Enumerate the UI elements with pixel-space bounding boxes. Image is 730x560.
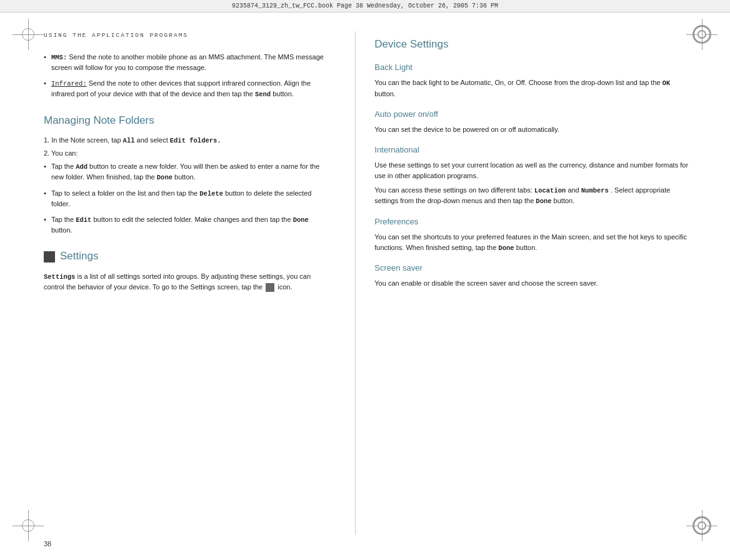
step1-text: 1. In the Note screen, tap [44,136,123,144]
top-bar: 9235874_3129_zh_tw_FCC.book Page 38 Wedn… [0,0,730,12]
international-body1: Use these settings to set your current l… [374,160,692,181]
settings-body: Settings is a list of all settings sorte… [44,271,330,292]
settings-bold: Settings [44,273,75,281]
done-bold-pref: Done [498,244,514,252]
preferences-body: You can set the shortcuts to your prefer… [374,232,692,253]
step2-text: 2. You can: [44,149,78,157]
top-bar-text: 9235874_3129_zh_tw_FCC.book Page 38 Wedn… [232,2,498,9]
delete-bold: Delete [199,190,223,198]
location-bold: Location [534,187,566,194]
add-text3: button. [174,173,196,181]
infrared-end: button. [272,90,294,98]
settings-heading-container: Settings [44,248,330,264]
bullet-mms: MMS: Send the note to another mobile pho… [44,52,330,73]
ok-bold: OK [662,79,671,87]
back-light-end: button. [374,90,396,98]
back-light-text: You can the back light to be Automatic, … [374,79,662,86]
edit-folders-bold: Edit folders. [170,137,221,144]
bullet-infrared: Infrared: Send the note to other devices… [44,78,330,100]
infrared-text: Send the note to other devices that supp… [51,79,311,98]
add-text1: Tap the [51,162,76,170]
back-light-heading: Back Light [374,61,692,74]
auto-power-heading: Auto power on/off [374,108,692,121]
step-2: 2. You can: [44,148,330,159]
edit-text3: button. [51,226,72,234]
done-bold-intl: Done [536,198,551,205]
intl-end2: button. [554,197,575,204]
settings-heading: Settings [60,248,98,264]
all-bold: All [123,137,135,144]
settings-icon [44,251,55,262]
content-area: Using the Application Programs MMS: Send… [0,12,730,560]
step1-and: and select [137,136,170,144]
chapter-heading: Using the Application Programs [44,31,330,41]
pref-end: button. [516,244,538,251]
sub-bullet-add: Tap the Add button to create a new folde… [44,161,330,183]
mms-term: MMS: [51,54,67,61]
add-bold: Add [76,163,88,171]
device-settings-heading: Device Settings [374,36,692,52]
intl-text1: You can access these settings on two dif… [374,186,534,194]
back-light-body: You can the back light to be Automatic, … [374,78,692,99]
edit-bold: Edit [76,216,91,224]
numbers-bold: Numbers [581,187,609,194]
left-column: Using the Application Programs MMS: Send… [44,31,349,535]
edit-text2: button to edit the selected folder. Make… [93,216,292,223]
column-divider [355,31,356,535]
infrared-term: Infrared: [51,80,87,88]
managing-heading: Managing Note Folders [44,112,330,129]
intl-and: and [568,186,581,194]
done-bold-2: Done [293,216,309,224]
mms-text: Send the note to another mobile phone as… [51,53,324,71]
international-heading: International [374,144,692,156]
edit-text1: Tap the [51,216,76,223]
delete-text1: Tap to select a folder on the list and t… [51,189,199,197]
international-body2: You can access these settings on two dif… [374,185,692,207]
settings-inline-icon [266,283,274,292]
send-bold: Send [255,91,271,98]
settings-section: Settings Settings is a list of all setti… [44,248,330,292]
page: 9235874_3129_zh_tw_FCC.book Page 38 Wedn… [0,0,730,560]
page-number: 38 [44,540,51,548]
right-column: Device Settings Back Light You can the b… [362,31,692,535]
preferences-heading: Preferences [374,216,692,228]
step-1: 1. In the Note screen, tap All and selec… [44,135,330,146]
sub-bullet-edit: Tap the Edit button to edit the selected… [44,214,330,236]
screen-saver-heading: Screen saver [374,262,692,274]
auto-power-body: You can set the device to be powered on … [374,124,692,135]
screen-saver-body: You can enable or disable the screen sav… [374,278,692,289]
settings-text2: icon. [278,283,292,291]
done-bold-1: Done [157,174,172,181]
sub-bullet-delete: Tap to select a folder on the list and t… [44,188,330,209]
